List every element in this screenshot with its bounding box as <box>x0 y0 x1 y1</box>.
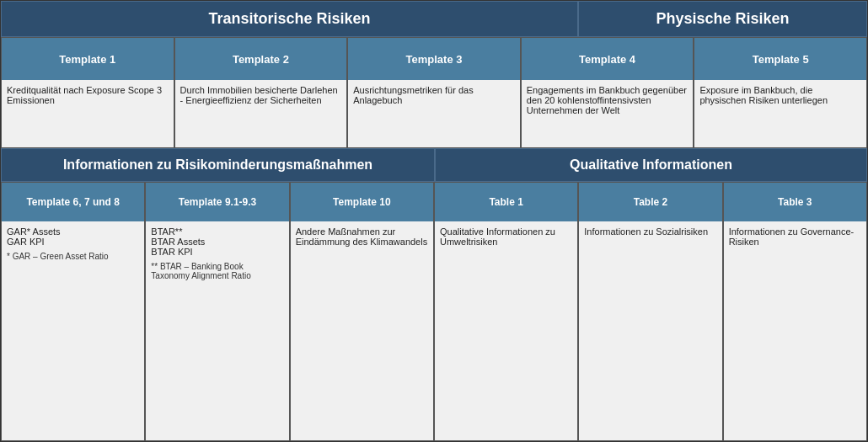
header-row: Transitorische Risiken Physische Risiken <box>1 1 867 37</box>
template-4-body: Engagements im Bankbuch gegenüber den 20… <box>522 80 694 147</box>
bottom-template-91-93-footnote: ** BTAR – Banking Book Taxonomy Alignmen… <box>151 262 283 280</box>
template-1-header: Template 1 <box>2 38 174 80</box>
header-physische: Physische Risiken <box>578 1 867 37</box>
header-physische-label: Physische Risiken <box>656 10 789 27</box>
bottom-table2-header: Table 2 <box>579 183 721 221</box>
bottom-template-678-footnote: * GAR – Green Asset Ratio <box>7 252 139 261</box>
section-qualitative: Qualitative Informationen <box>435 148 867 182</box>
template-col-1: Template 1 Kreditqualität nach Exposure … <box>1 37 174 148</box>
section-risiko: Informationen zu Risikominderungsmaßnahm… <box>1 148 435 182</box>
template-col-2: Template 2 Durch Immobilien besicherte D… <box>174 37 348 148</box>
template-2-header: Template 2 <box>175 38 347 80</box>
bottom-table3-header: Table 3 <box>724 183 866 221</box>
section-row: Informationen zu Risikominderungsmaßnahm… <box>1 148 867 182</box>
bottom-template-10-body: Andere Maßnahmen zur Eindämmung des Klim… <box>291 221 433 440</box>
bottom-col-table2: Table 2 Informationen zu Sozialrisiken <box>578 182 722 441</box>
bottom-row: Template 6, 7 und 8 GAR* AssetsGAR KPI *… <box>1 182 867 441</box>
template-3-body: Ausrichtungsmetriken für das Anlagebuch <box>348 80 520 147</box>
bottom-template-91-93-header: Template 9.1-9.3 <box>146 183 288 221</box>
template-col-5: Template 5 Exposure im Bankbuch, die phy… <box>694 37 867 148</box>
bottom-template-678-header: Template 6, 7 und 8 <box>2 183 144 221</box>
bottom-table1-header: Table 1 <box>435 183 577 221</box>
bottom-template-91-93-body: BTAR**BTAR AssetsBTAR KPI ** BTAR – Bank… <box>146 221 288 440</box>
bottom-col-table1: Table 1 Qualitative Informationen zu Umw… <box>434 182 578 441</box>
bottom-template-678-body: GAR* AssetsGAR KPI * GAR – Green Asset R… <box>2 221 144 440</box>
template-2-body: Durch Immobilien besicherte Darlehen - E… <box>175 80 347 147</box>
bottom-table1-body: Qualitative Informationen zu Umweltrisik… <box>435 221 577 440</box>
template-3-header: Template 3 <box>348 38 520 80</box>
bottom-col-1: Template 6, 7 und 8 GAR* AssetsGAR KPI *… <box>1 182 145 441</box>
template-4-header: Template 4 <box>522 38 694 80</box>
template-1-body: Kreditqualität nach Exposure Scope 3 Emi… <box>2 80 174 147</box>
bottom-col-table3: Table 3 Informationen zu Governance-Risi… <box>723 182 867 441</box>
header-transitorische: Transitorische Risiken <box>1 1 578 37</box>
header-transitorische-label: Transitorische Risiken <box>208 10 370 27</box>
top-templates-row: Template 1 Kreditqualität nach Exposure … <box>1 37 867 148</box>
bottom-table3-body: Informationen zu Governance-Risiken <box>724 221 866 440</box>
template-col-3: Template 3 Ausrichtungsmetriken für das … <box>347 37 521 148</box>
bottom-col-2: Template 9.1-9.3 BTAR**BTAR AssetsBTAR K… <box>145 182 289 441</box>
template-5-header: Template 5 <box>694 38 866 80</box>
bottom-table2-body: Informationen zu Sozialrisiken <box>579 221 721 440</box>
bottom-col-3: Template 10 Andere Maßnahmen zur Eindämm… <box>290 182 434 441</box>
template-col-4: Template 4 Engagements im Bankbuch gegen… <box>521 37 694 148</box>
bottom-template-10-header: Template 10 <box>291 183 433 221</box>
template-5-body: Exposure im Bankbuch, die physischen Ris… <box>694 80 866 147</box>
